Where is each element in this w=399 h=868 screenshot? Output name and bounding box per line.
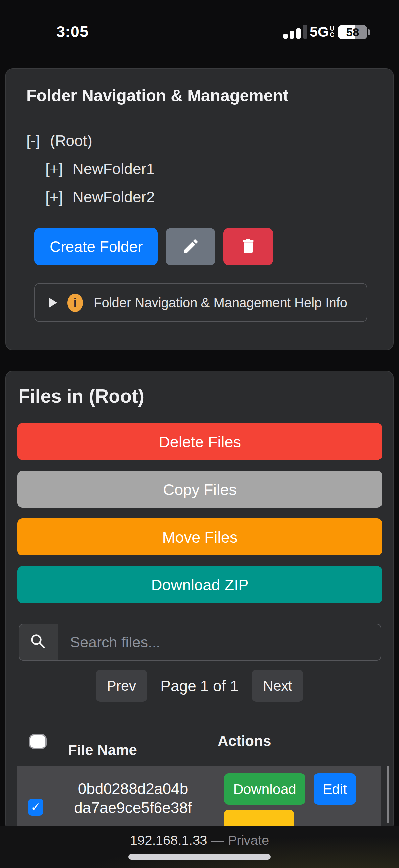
table-row: ✓ 0bd0288d2a04b da7ae9ce5f6e38f Download… [17, 766, 381, 832]
address-bar[interactable]: 192.168.1.33 — Private [0, 826, 399, 848]
url-host: 192.168.1.33 [130, 833, 207, 847]
safari-bottom-bar: 192.168.1.33 — Private [0, 826, 399, 868]
move-files-button[interactable]: Move Files [17, 519, 383, 556]
home-indicator[interactable] [128, 854, 271, 860]
tree-item-newfolder1[interactable]: [+] NewFolder1 [45, 155, 372, 183]
disclosure-triangle-icon [49, 298, 57, 308]
tree-toggle-expand[interactable]: [+] [45, 160, 63, 178]
battery-nub [368, 29, 370, 35]
network-type-indicator: 5G U C [310, 25, 334, 39]
next-page-button[interactable]: Next [252, 670, 303, 702]
select-all-checkbox[interactable] [29, 734, 47, 749]
trash-icon [239, 237, 257, 256]
private-badge: Private [228, 833, 269, 847]
scrollbar-thumb[interactable] [387, 766, 390, 823]
files-card-title: Files in (Root) [6, 371, 393, 406]
tree-folder-name[interactable]: NewFolder1 [72, 160, 155, 178]
folder-help-disclosure[interactable]: i Folder Navigation & Management Help In… [34, 283, 367, 322]
search-files-input[interactable] [58, 624, 381, 661]
column-header-actions: Actions [218, 733, 271, 749]
delete-folder-button[interactable] [223, 228, 273, 265]
search-addon [19, 624, 58, 661]
network-label: 5G [310, 25, 329, 39]
folder-nav-card: Folder Navigation & Management [-] (Root… [5, 68, 394, 350]
file-name-cell: 0bd0288d2a04b da7ae9ce5f6e38f [57, 779, 209, 817]
prev-page-button[interactable]: Prev [96, 670, 147, 702]
file-name-line: 0bd0288d2a04b [57, 779, 209, 798]
edit-file-button[interactable]: Edit [313, 773, 356, 805]
tree-folder-name[interactable]: NewFolder2 [72, 188, 155, 206]
files-card: Files in (Root) Delete Files Copy Files … [5, 371, 394, 832]
cellular-signal-icon [283, 25, 307, 39]
info-icon: i [67, 293, 83, 312]
column-header-file-name: File Name [68, 742, 137, 758]
rename-folder-button[interactable] [166, 228, 215, 265]
create-folder-button[interactable]: Create Folder [34, 228, 158, 265]
folder-card-title: Folder Navigation & Management [6, 69, 393, 121]
row-checkbox-checked[interactable]: ✓ [28, 799, 43, 816]
tree-toggle-collapse[interactable]: [-] [27, 132, 40, 150]
tree-folder-name[interactable]: (Root) [50, 132, 92, 150]
battery-percent: 58 [338, 25, 367, 39]
url-separator: — [211, 833, 224, 847]
bulk-actions: Delete Files Copy Files Move Files Downl… [17, 423, 383, 603]
download-zip-button[interactable]: Download ZIP [17, 566, 383, 603]
search-icon [29, 632, 48, 652]
file-search [19, 624, 381, 661]
delete-files-button[interactable]: Delete Files [17, 423, 383, 460]
tree-item-root[interactable]: [-] (Root) [27, 126, 372, 155]
status-time: 3:05 [56, 23, 89, 41]
check-icon: ✓ [30, 800, 41, 814]
signal-bar-empty [303, 25, 307, 39]
pagination: Prev Page 1 of 1 Next [6, 670, 393, 702]
pencil-icon [181, 237, 200, 256]
folder-actions-row: Create Folder [34, 228, 393, 265]
download-file-button[interactable]: Download [224, 773, 305, 805]
copy-files-button[interactable]: Copy Files [17, 471, 383, 508]
battery-icon: 58 [338, 25, 367, 39]
file-name-line: da7ae9ce5f6e38f [57, 798, 209, 817]
file-table-header: File Name Actions [6, 727, 393, 766]
help-disclosure-label: Folder Navigation & Management Help Info [94, 295, 347, 310]
signal-bar [290, 31, 294, 39]
ios-status-bar: 3:05 5G U C 58 [0, 0, 399, 46]
signal-bar [283, 34, 288, 39]
network-badge: U C [330, 26, 334, 38]
page-indicator: Page 1 of 1 [161, 677, 238, 695]
tree-item-newfolder2[interactable]: [+] NewFolder2 [45, 183, 372, 211]
tree-toggle-expand[interactable]: [+] [45, 188, 63, 206]
signal-bar [296, 28, 301, 39]
folder-tree: [-] (Root) [+] NewFolder1 [+] NewFolder2 [6, 121, 393, 211]
